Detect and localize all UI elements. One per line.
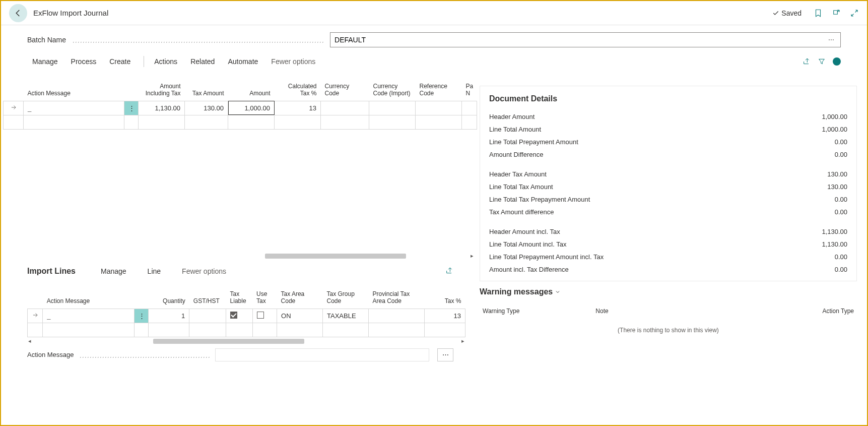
collapse-icon[interactable] [850, 9, 859, 18]
saved-status: Saved [772, 9, 802, 17]
table-row[interactable] [28, 323, 465, 337]
import-lines-title: Import Lines [27, 267, 76, 276]
il-cell-use-tax[interactable] [252, 309, 277, 323]
checkbox-icon [257, 312, 264, 319]
cell-reference-code[interactable] [416, 101, 462, 115]
back-button[interactable] [9, 4, 27, 22]
filter-icon[interactable] [818, 57, 826, 66]
arrow-right-icon [32, 312, 39, 319]
dotted-leader [72, 37, 324, 43]
batch-name-field[interactable]: ⋯ [330, 32, 841, 47]
page-title: ExFlow Import Journal [33, 9, 108, 17]
il-col-use-tax[interactable]: Use Tax [252, 280, 277, 309]
table-row[interactable]: _ ⋮ 1,130.00 130.00 1,000.00 13 [4, 101, 477, 115]
arrow-right-icon [10, 104, 17, 111]
cell-calc-tax-pct[interactable]: 13 [275, 101, 321, 115]
cmd-actions[interactable]: Actions [149, 54, 182, 69]
share-icon[interactable] [445, 267, 453, 275]
main-grid[interactable]: Action Message Amount Including Tax Tax … [3, 73, 477, 130]
col-amount[interactable]: Amount [228, 73, 275, 101]
arrow-left-icon [14, 9, 23, 18]
more-options-button[interactable]: ⋯ [437, 348, 453, 361]
row-select[interactable] [4, 101, 24, 115]
cell-amount-incl-tax[interactable]: 1,130.00 [139, 101, 185, 115]
col-amount-incl-tax[interactable]: Amount Including Tax [139, 73, 185, 101]
batch-name-input[interactable] [335, 36, 826, 44]
cmd-manage[interactable]: Manage [27, 54, 63, 69]
document-details-title: Document Details [489, 94, 847, 103]
il-cmd-line[interactable]: Line [143, 264, 166, 278]
batch-lookup-button[interactable]: ⋯ [826, 36, 836, 43]
factbox-toggle-icon[interactable] [833, 57, 841, 66]
il-col-quantity[interactable]: Quantity [149, 280, 189, 309]
warn-col-note[interactable]: Note [593, 305, 743, 324]
row-select[interactable] [28, 309, 43, 323]
scrollbar-thumb[interactable] [265, 254, 406, 259]
il-col-tax-liable[interactable]: Tax Liable [226, 280, 253, 309]
warning-messages-grid[interactable]: Warning Type Note Action Type [480, 303, 857, 325]
scroll-left-icon[interactable]: ◂ [28, 338, 31, 344]
il-cell-tax-pct[interactable]: 13 [425, 309, 465, 323]
warning-empty-text: (There is nothing to show in this view) [480, 325, 857, 334]
il-cell-quantity[interactable]: 1 [149, 309, 189, 323]
cmd-create[interactable]: Create [104, 54, 136, 69]
il-cmd-manage[interactable]: Manage [96, 264, 131, 278]
cell-currency-code-import[interactable] [369, 101, 416, 115]
batch-name-label: Batch Name [27, 36, 66, 44]
cell-action-message[interactable]: _ [24, 101, 124, 115]
cell-amount[interactable]: 1,000.00 [228, 101, 275, 115]
il-cell-tax-area-code[interactable]: ON [277, 309, 323, 323]
action-message-field[interactable] [215, 348, 430, 361]
row-menu-button[interactable]: ⋮ [124, 101, 139, 115]
il-col-tax-pct[interactable]: Tax % [425, 280, 465, 309]
chevron-down-icon [555, 289, 561, 295]
row-menu-button[interactable]: ⋮ [135, 309, 149, 323]
scroll-right-icon[interactable]: ▸ [461, 338, 464, 344]
il-cmd-fewer[interactable]: Fewer options [177, 264, 231, 278]
popout-icon[interactable] [832, 9, 841, 18]
cmd-related[interactable]: Related [185, 54, 220, 69]
warn-col-type[interactable]: Warning Type [481, 305, 592, 324]
il-cell-gst-hst[interactable] [189, 309, 226, 323]
col-tax-amount[interactable]: Tax Amount [185, 73, 228, 101]
warning-messages-header[interactable]: Warning messages [480, 281, 857, 300]
dotted-leader [79, 352, 210, 358]
action-message-label: Action Message [27, 351, 74, 358]
il-col-gst-hst[interactable]: GST/HST [189, 280, 226, 309]
share-icon[interactable] [803, 57, 811, 66]
col-currency-code[interactable]: Currency Code [321, 73, 369, 101]
bookmark-icon[interactable] [814, 9, 823, 18]
col-reference-code[interactable]: Reference Code [416, 73, 462, 101]
checkbox-icon [230, 312, 237, 319]
cell-tax-amount[interactable]: 130.00 [185, 101, 228, 115]
il-cell-prov-tax-area[interactable] [368, 309, 424, 323]
il-cell-tax-liable[interactable] [226, 309, 253, 323]
col-action-message[interactable]: Action Message [24, 73, 124, 101]
scroll-right-icon[interactable]: ▸ [471, 253, 474, 259]
warn-col-action-type[interactable]: Action Type [744, 305, 856, 324]
col-calc-tax-pct[interactable]: Calculated Tax % [275, 73, 321, 101]
cmd-automate[interactable]: Automate [223, 54, 263, 69]
scrollbar-thumb[interactable] [153, 339, 304, 344]
il-cell-action-message[interactable]: _ [43, 309, 135, 323]
cmd-fewer-options[interactable]: Fewer options [266, 54, 320, 69]
col-currency-code-import[interactable]: Currency Code (Import) [369, 73, 416, 101]
col-pa[interactable]: Pa N [462, 73, 477, 101]
il-col-tax-group-code[interactable]: Tax Group Code [323, 280, 369, 309]
il-col-prov-tax-area[interactable]: Provincial Tax Area Code [368, 280, 424, 309]
import-lines-grid[interactable]: Action Message Quantity GST/HST Tax Liab… [27, 280, 465, 337]
cmd-process[interactable]: Process [66, 54, 102, 69]
cell-currency-code[interactable] [321, 101, 369, 115]
table-row[interactable]: _ ⋮ 1 ON TAXABLE 13 [28, 309, 465, 323]
table-row[interactable] [4, 115, 477, 129]
cmd-divider [144, 56, 144, 67]
il-col-tax-area-code[interactable]: Tax Area Code [277, 280, 323, 309]
check-icon [772, 10, 779, 17]
il-col-action-message[interactable]: Action Message [43, 280, 135, 309]
il-cell-tax-group-code[interactable]: TAXABLE [323, 309, 369, 323]
document-details-pane: Document Details Header Amount1,000.00 L… [480, 86, 857, 281]
